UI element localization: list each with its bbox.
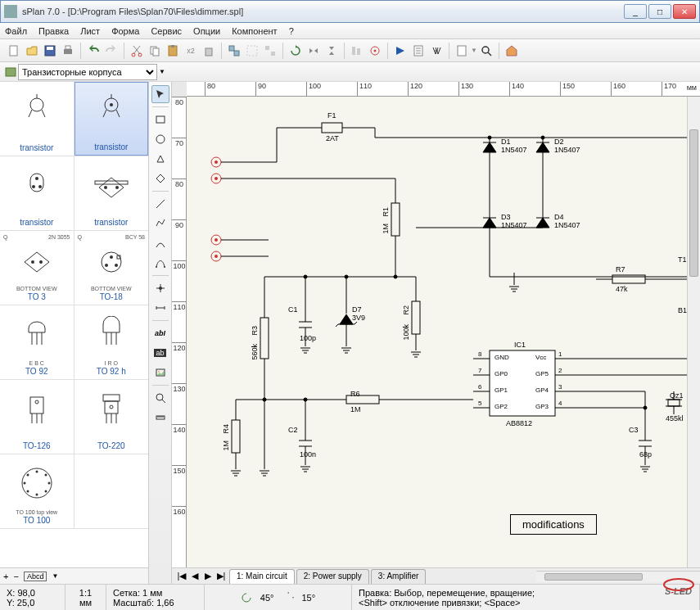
menu-form[interactable]: Форма: [111, 26, 139, 36]
svg-point-95: [215, 177, 218, 180]
paste-icon[interactable]: [164, 42, 182, 60]
measure-tool-icon[interactable]: [151, 409, 169, 427]
open-file-icon[interactable]: [23, 42, 41, 60]
save-icon[interactable]: [41, 42, 59, 60]
copy-icon[interactable]: [146, 42, 164, 60]
component-cell[interactable]: E B C TO 92: [0, 305, 75, 379]
svg-line-32: [116, 110, 120, 117]
svg-rect-116: [391, 203, 400, 236]
scrollbar-vertical[interactable]: [687, 97, 700, 567]
svg-point-97: [215, 238, 218, 242]
redo-icon[interactable]: [102, 42, 120, 60]
tab-nav-next-icon[interactable]: ▶: [201, 570, 215, 583]
goto-icon[interactable]: [391, 42, 409, 60]
svg-point-20: [374, 49, 377, 52]
app-icon: [4, 5, 17, 18]
main-toolbar: x2 ▼: [0, 39, 700, 62]
zoom-tool-icon[interactable]: [151, 389, 169, 407]
component-cell[interactable]: Q 2N 3055 BOTTOM VIEW TO 3: [0, 231, 75, 305]
sheet-tab[interactable]: 2: Power supply: [296, 569, 369, 584]
maximize-button[interactable]: □: [648, 4, 671, 19]
component-grid: transistor transistor transistor transis…: [0, 82, 148, 567]
duplicate-icon[interactable]: [225, 42, 243, 60]
cut-icon[interactable]: [128, 42, 146, 60]
component-cell[interactable]: Q BCY 58 BOTTOM VIEW TO-18: [75, 231, 149, 305]
zoom-icon[interactable]: [477, 42, 495, 60]
print-icon[interactable]: [59, 42, 77, 60]
home-icon[interactable]: [503, 42, 521, 60]
library-select[interactable]: Транзисторные корпуса: [18, 64, 157, 80]
svg-rect-4: [65, 46, 70, 49]
zoom-out-icon[interactable]: −: [13, 572, 18, 581]
svg-point-36: [32, 185, 35, 188]
library-icon[interactable]: [3, 65, 18, 79]
sheet-tab[interactable]: 3: Amplifier: [371, 569, 426, 584]
menu-help[interactable]: ?: [289, 26, 294, 36]
rect-tool-icon[interactable]: [151, 111, 169, 129]
menu-file[interactable]: Файл: [5, 26, 27, 36]
menu-sheet[interactable]: Лист: [80, 26, 100, 36]
ungroup-icon[interactable]: [261, 42, 279, 60]
rotate-ccw-icon[interactable]: [241, 592, 252, 603]
tab-nav-last-icon[interactable]: ▶|: [215, 570, 228, 583]
label-tool-icon[interactable]: ab: [151, 344, 169, 362]
minimize-button[interactable]: _: [624, 4, 647, 19]
new-file-icon[interactable]: [5, 42, 23, 60]
text-tool-icon[interactable]: abI: [151, 324, 169, 342]
svg-point-38: [104, 186, 107, 189]
pointer-tool-icon[interactable]: [151, 85, 169, 103]
node-tool-icon[interactable]: [151, 279, 169, 297]
menu-edit[interactable]: Правка: [38, 26, 69, 36]
polyline-tool-icon[interactable]: [151, 215, 169, 233]
component-cell[interactable]: TO 100 top view TO 100: [0, 454, 75, 528]
component-cell[interactable]: transistor: [75, 156, 149, 230]
svg-point-35: [35, 177, 38, 180]
schematic-canvas[interactable]: F1 2AT D1 1N5407 D2 1N5407 D3 1N5407 D4 …: [187, 97, 700, 567]
component-cell[interactable]: transistor: [75, 82, 149, 156]
menu-service[interactable]: Сервис: [151, 26, 182, 36]
component-cell[interactable]: transistor: [0, 82, 75, 156]
tab-nav-first-icon[interactable]: |◀: [175, 570, 188, 583]
rotate-icon[interactable]: [287, 42, 305, 60]
component-cell[interactable]: TO-126: [0, 380, 75, 454]
component-cell[interactable]: [75, 454, 149, 528]
component-cell[interactable]: I R O TO 92 h: [75, 305, 149, 379]
close-button[interactable]: ✕: [673, 4, 696, 19]
component-panel: transistor transistor transistor transis…: [0, 82, 149, 584]
abcd-toggle[interactable]: Abcd: [24, 572, 47, 581]
svg-rect-91: [322, 123, 342, 133]
delete-icon[interactable]: [200, 42, 218, 60]
image-tool-icon[interactable]: [151, 364, 169, 382]
group-icon[interactable]: [243, 42, 261, 60]
align-icon[interactable]: [348, 42, 366, 60]
menu-options[interactable]: Опции: [193, 26, 220, 36]
zoom-in-icon[interactable]: +: [3, 572, 8, 581]
component-cell[interactable]: transistor: [0, 156, 75, 230]
svg-point-200: [644, 406, 647, 409]
main-area: transistor transistor transistor transis…: [0, 82, 700, 584]
curve-tool-icon[interactable]: [151, 234, 169, 252]
x2-icon[interactable]: x2: [182, 42, 200, 60]
svg-line-28: [42, 110, 45, 117]
sheet-tab[interactable]: 1: Main circuit: [229, 569, 295, 584]
undo-icon[interactable]: [84, 42, 102, 60]
poly-tool-icon[interactable]: [151, 150, 169, 168]
line-tool-icon[interactable]: [151, 195, 169, 213]
menu-component[interactable]: Компонент: [232, 26, 277, 36]
circle-tool-icon[interactable]: [151, 130, 169, 148]
search-icon[interactable]: [427, 42, 445, 60]
mirror-v-icon[interactable]: [323, 42, 341, 60]
component-cell[interactable]: TO-220: [75, 380, 149, 454]
mirror-h-icon[interactable]: [305, 42, 323, 60]
snap-icon[interactable]: [366, 42, 384, 60]
list-icon[interactable]: [409, 42, 427, 60]
rotate-cw-icon[interactable]: [282, 592, 294, 603]
svg-rect-18: [357, 48, 360, 55]
svg-point-190: [304, 275, 307, 278]
tab-nav-prev-icon[interactable]: ◀: [188, 570, 201, 583]
shape-tool-icon[interactable]: [151, 169, 169, 188]
dimension-tool-icon[interactable]: [151, 299, 169, 317]
page-icon[interactable]: [453, 42, 471, 60]
scrollbar-horizontal[interactable]: [536, 571, 700, 582]
bezier-tool-icon[interactable]: [151, 254, 169, 272]
